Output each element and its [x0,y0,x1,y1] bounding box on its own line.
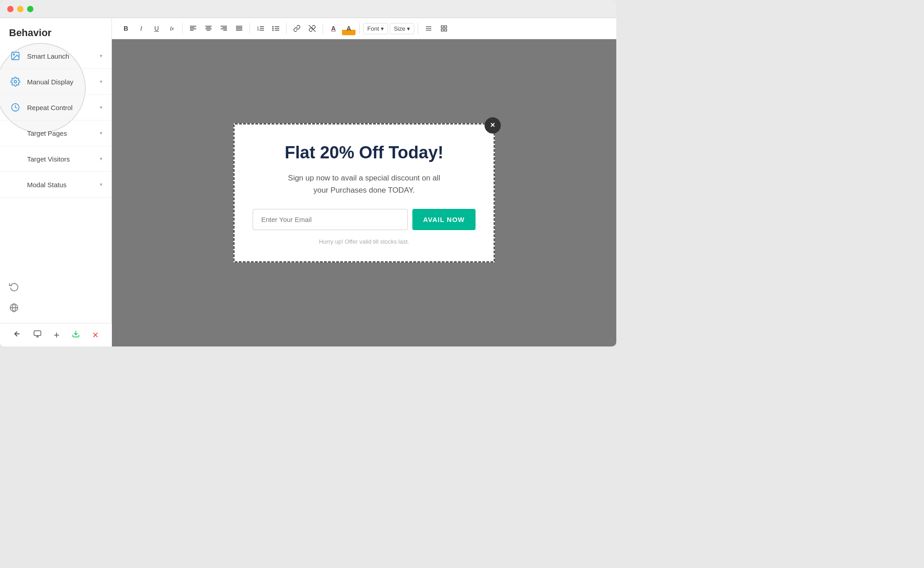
close-button-toolbar[interactable]: ✕ [89,328,102,343]
modal-form: AVAIL NOW [253,209,476,230]
bg-color-button[interactable]: A [342,22,356,35]
back-button[interactable] [10,327,24,343]
minimize-button[interactable] [17,6,23,12]
target-visitors-chevron: ▾ [100,156,102,162]
globe-icon[interactable] [9,303,102,315]
close-button[interactable] [7,6,14,12]
extra-btn-2[interactable] [437,22,451,35]
modal-subtitle: Sign up now to avail a special discount … [253,172,476,196]
svg-point-2 [14,80,17,83]
modal-popup: × Flat 20% Off Today! Sign up now to ava… [233,123,495,263]
canvas-area: B I U Ix 1. [112,18,616,346]
unlink-button[interactable] [305,22,319,35]
modal-title: Flat 20% Off Today! [253,143,476,163]
target-visitors-icon-placeholder [9,152,22,165]
sidebar-content: Smart Launch ▾ Manual Display ▾ [0,43,111,198]
modal-container: × Flat 20% Off Today! Sign up now to ava… [112,39,616,346]
modal-status-icon-placeholder [9,178,22,191]
smart-launch-chevron: ▾ [100,53,102,59]
toolbar-separator-1 [182,23,183,34]
email-input[interactable] [253,209,408,230]
traffic-lights [7,6,33,12]
target-pages-label: Target Pages [27,129,100,137]
italic-button[interactable]: I [134,22,148,35]
svg-rect-41 [441,26,444,28]
svg-rect-42 [445,26,447,28]
clock-icon [9,101,22,114]
download-button[interactable] [69,327,83,343]
editor-toolbar: B I U Ix 1. [112,18,616,39]
modal-close-button[interactable]: × [485,117,501,134]
align-right-button[interactable] [217,22,231,35]
sidebar: Behavior Smart Launch ▾ [0,18,112,346]
smart-launch-label: Smart Launch [27,52,100,60]
toolbar-separator-3 [286,23,286,34]
modal-footer-text: Hurry up! Offer valid till stocks last. [253,238,476,245]
sidebar-item-target-pages[interactable]: Target Pages ▾ [0,120,111,146]
svg-point-33 [273,30,274,31]
sidebar-header: Behavior [0,18,111,43]
align-center-button[interactable] [202,22,215,35]
clear-format-button[interactable]: Ix [165,22,179,35]
link-button[interactable] [290,22,304,35]
avail-now-button[interactable]: AVAIL NOW [412,209,476,230]
toolbar-separator-4 [323,23,323,34]
repeat-control-chevron: ▾ [100,104,102,111]
target-pages-icon-placeholder [9,127,22,139]
svg-point-32 [273,28,274,29]
modal-status-label: Modal Status [27,181,100,189]
size-dropdown[interactable]: Size ▾ [390,23,414,34]
sidebar-item-repeat-control[interactable]: Repeat Control ▾ [0,95,111,120]
sidebar-item-manual-display[interactable]: Manual Display ▾ [0,69,111,95]
maximize-button[interactable] [27,6,33,12]
image-icon [9,50,22,62]
repeat-control-label: Repeat Control [27,104,100,111]
sidebar-item-modal-status[interactable]: Modal Status ▾ [0,172,111,198]
add-button[interactable]: + [51,327,62,344]
unordered-list-button[interactable] [269,22,282,35]
ordered-list-button[interactable]: 1. [254,22,267,35]
history-icon[interactable] [9,282,102,294]
sidebar-item-target-visitors[interactable]: Target Visitors ▾ [0,146,111,172]
align-justify-button[interactable] [232,22,246,35]
toolbar-separator-2 [249,23,250,34]
extra-btn-1[interactable] [422,22,435,35]
manual-display-chevron: ▾ [100,79,102,85]
monitor-button[interactable] [31,327,44,343]
underline-button[interactable]: U [150,22,163,35]
gear-icon [9,75,22,88]
bold-button[interactable]: B [119,22,133,35]
toolbar-separator-6 [418,23,418,34]
bottom-toolbar: + ✕ [0,323,112,346]
svg-point-1 [13,54,14,55]
sidebar-item-smart-launch[interactable]: Smart Launch ▾ [0,43,111,69]
target-visitors-label: Target Visitors [27,155,100,163]
align-left-button[interactable] [186,22,200,35]
svg-point-31 [273,26,274,28]
manual-display-label: Manual Display [27,78,100,86]
svg-rect-7 [34,331,41,336]
modal-status-chevron: ▾ [100,181,102,188]
main-layout: Behavior Smart Launch ▾ [0,18,616,346]
svg-rect-44 [445,29,447,31]
toolbar-separator-5 [359,23,360,34]
sidebar-title: Behavior [9,27,51,38]
svg-rect-43 [441,29,444,31]
font-dropdown[interactable]: Font ▾ [363,23,388,34]
font-color-button[interactable]: A [327,22,340,35]
titlebar [0,0,616,18]
target-pages-chevron: ▾ [100,130,102,136]
